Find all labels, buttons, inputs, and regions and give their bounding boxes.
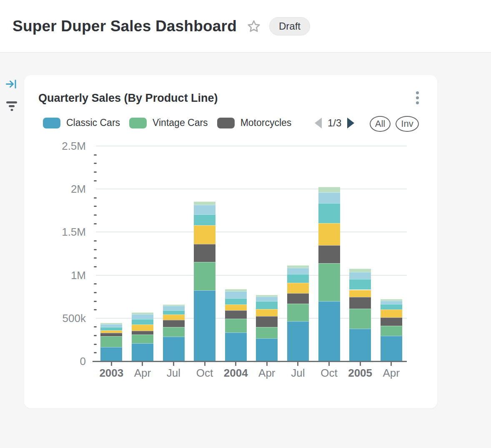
bar-segment[interactable] bbox=[256, 316, 278, 327]
y-axis-minor-tick bbox=[94, 257, 97, 259]
bar-segment[interactable] bbox=[381, 336, 402, 361]
bar-segment[interactable] bbox=[132, 343, 153, 361]
bar-segment[interactable] bbox=[318, 187, 340, 192]
bar-segment[interactable] bbox=[225, 305, 247, 311]
bar-oct-7[interactable] bbox=[318, 187, 340, 361]
bar-segment[interactable] bbox=[194, 201, 215, 205]
bar-segment[interactable] bbox=[163, 337, 185, 361]
bar-segment[interactable] bbox=[132, 312, 153, 314]
status-badge: Draft bbox=[269, 17, 310, 35]
bar-segment[interactable] bbox=[163, 306, 185, 311]
bar-segment[interactable] bbox=[318, 245, 340, 263]
bar-segment[interactable] bbox=[225, 310, 247, 318]
bar-segment[interactable] bbox=[256, 297, 278, 301]
bar-segment[interactable] bbox=[381, 301, 402, 304]
legend-select-all-button[interactable]: All bbox=[370, 116, 391, 132]
bar-segment[interactable] bbox=[318, 263, 340, 301]
bar-segment[interactable] bbox=[287, 304, 309, 321]
bar-segment[interactable] bbox=[349, 279, 371, 289]
kebab-menu-icon[interactable] bbox=[416, 91, 424, 108]
bar-segment[interactable] bbox=[194, 262, 215, 290]
bar-segment[interactable] bbox=[256, 301, 278, 309]
bar-segment[interactable] bbox=[194, 225, 215, 244]
bar-segment[interactable] bbox=[132, 319, 153, 325]
bar-segment[interactable] bbox=[318, 203, 340, 223]
bar-segment[interactable] bbox=[225, 289, 247, 291]
bar-segment[interactable] bbox=[381, 326, 402, 336]
legend-invert-selection-button[interactable]: Inv bbox=[396, 116, 419, 132]
bar-segment[interactable] bbox=[381, 310, 402, 317]
bar-segment[interactable] bbox=[163, 310, 185, 314]
legend-prev-page-icon[interactable] bbox=[315, 118, 322, 128]
legend-item-vintage-cars[interactable]: Vintage Cars bbox=[129, 117, 208, 128]
bar-segment[interactable] bbox=[287, 283, 309, 293]
bar-segment[interactable] bbox=[132, 314, 153, 319]
bar-segment[interactable] bbox=[381, 299, 402, 301]
bar-apr-9[interactable] bbox=[381, 299, 402, 361]
x-axis-tick bbox=[142, 362, 143, 366]
bar-segment[interactable] bbox=[381, 317, 402, 326]
y-axis-tick-label: 1M bbox=[41, 269, 86, 281]
bar-segment[interactable] bbox=[349, 329, 371, 361]
bar-segment[interactable] bbox=[194, 214, 215, 225]
bar-segment[interactable] bbox=[287, 268, 309, 274]
favorite-star-icon[interactable] bbox=[247, 19, 261, 33]
bar-segment[interactable] bbox=[225, 291, 247, 298]
bar-segment[interactable] bbox=[349, 272, 371, 279]
bar-segment[interactable] bbox=[318, 192, 340, 204]
bar-apr-5[interactable] bbox=[256, 295, 278, 361]
bar-segment[interactable] bbox=[287, 274, 309, 283]
bar-jul-6[interactable] bbox=[287, 265, 309, 361]
bar-apr-1[interactable] bbox=[132, 312, 153, 361]
bar-segment[interactable] bbox=[100, 336, 122, 347]
bar-segment[interactable] bbox=[349, 290, 371, 297]
bar-segment[interactable] bbox=[225, 332, 247, 361]
bar-segment[interactable] bbox=[100, 327, 122, 330]
bar-segment[interactable] bbox=[381, 304, 402, 310]
bar-segment[interactable] bbox=[100, 330, 122, 333]
bar-2005-8[interactable] bbox=[349, 269, 371, 361]
legend-pager: 1/3 bbox=[315, 117, 354, 129]
bar-oct-3[interactable] bbox=[194, 201, 215, 361]
bar-segment[interactable] bbox=[132, 335, 153, 343]
bar-segment[interactable] bbox=[256, 295, 278, 297]
bar-segment[interactable] bbox=[256, 327, 278, 338]
bar-segment[interactable] bbox=[100, 323, 122, 324]
bar-segment[interactable] bbox=[256, 309, 278, 316]
bar-2004-4[interactable] bbox=[225, 289, 247, 361]
bar-segment[interactable] bbox=[194, 290, 215, 361]
bar-segment[interactable] bbox=[349, 269, 371, 272]
chart-card: Quarterly Sales (By Product Line) Classi… bbox=[24, 75, 437, 408]
filter-icon[interactable] bbox=[6, 101, 18, 113]
bar-segment[interactable] bbox=[318, 223, 340, 245]
bar-segment[interactable] bbox=[256, 338, 278, 361]
bar-segment[interactable] bbox=[287, 265, 309, 268]
bar-jul-2[interactable] bbox=[163, 305, 185, 361]
bar-segment[interactable] bbox=[163, 305, 185, 306]
bar-segment[interactable] bbox=[349, 309, 371, 329]
bar-segment[interactable] bbox=[163, 320, 185, 327]
bar-segment[interactable] bbox=[225, 319, 247, 332]
y-axis-tick-label: 2M bbox=[41, 183, 86, 195]
bar-segment[interactable] bbox=[194, 205, 215, 214]
bar-segment[interactable] bbox=[163, 315, 185, 320]
bar-segment[interactable] bbox=[287, 321, 309, 361]
bar-segment[interactable] bbox=[132, 331, 153, 335]
bar-segment[interactable] bbox=[287, 293, 309, 304]
bar-segment[interactable] bbox=[318, 301, 340, 361]
bar-2003-0[interactable] bbox=[100, 323, 122, 361]
bar-segment[interactable] bbox=[349, 297, 371, 309]
bar-segment[interactable] bbox=[225, 298, 247, 305]
legend-item-classic-cars[interactable]: Classic Cars bbox=[43, 117, 120, 128]
bar-segment[interactable] bbox=[163, 327, 185, 337]
legend-next-page-icon[interactable] bbox=[347, 118, 354, 128]
bar-segment[interactable] bbox=[100, 324, 122, 327]
bar-segment[interactable] bbox=[194, 244, 215, 262]
bar-segment[interactable] bbox=[100, 347, 122, 361]
collapse-panel-icon[interactable] bbox=[5, 79, 17, 91]
bar-segment[interactable] bbox=[100, 333, 122, 336]
legend-item-motorcycles[interactable]: Motorcycles bbox=[217, 117, 292, 128]
bar-segment[interactable] bbox=[132, 325, 153, 331]
x-axis-tick bbox=[204, 362, 205, 366]
y-axis-tick-label: 2.5M bbox=[41, 140, 86, 152]
